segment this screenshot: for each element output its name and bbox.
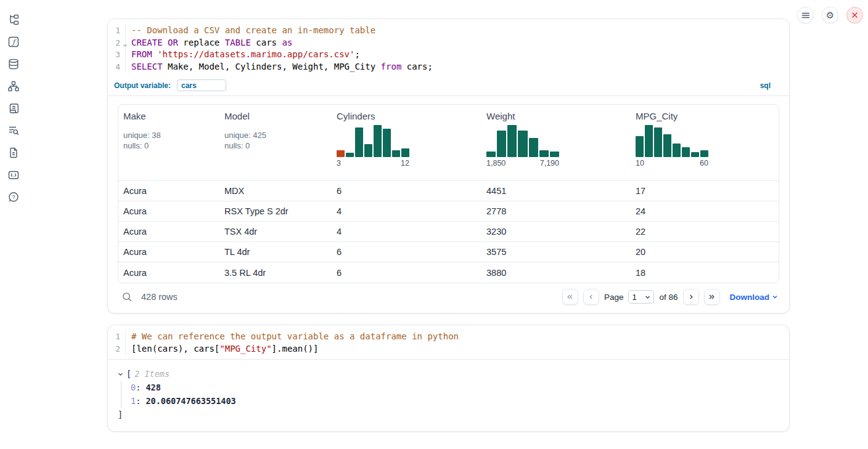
table-cell: 3230 [481,227,631,237]
function-icon[interactable]: ƒ [7,36,20,48]
first-page-button[interactable] [562,289,578,305]
histogram-bar[interactable] [539,150,549,157]
logs-search-icon[interactable] [7,124,20,137]
close-bracket: ] [118,410,123,419]
svg-text:ƒ: ƒ [11,38,17,46]
notebook: 1-- Download a CSV and create an in-memo… [107,18,790,432]
histogram-bar[interactable] [355,127,363,157]
code-text: FROM 'https://datasets.marimo.app/cars.c… [125,49,789,61]
next-page-button[interactable] [683,289,699,305]
table-cell: 3.5 RL 4dr [219,268,332,278]
line-number: 3 [108,49,125,61]
tree-item-colon: : [136,396,145,406]
sql-code-editor[interactable]: 1-- Download a CSV and create an in-memo… [108,19,789,77]
histogram-bar[interactable] [645,125,653,157]
column-header-mpg_city[interactable]: MPG_City1060 [631,105,779,180]
code-line[interactable]: 1-- Download a CSV and create an in-memo… [108,25,789,37]
table-row[interactable]: AcuraTSX 4dr4323022 [118,222,779,242]
python-cell-output: [ 2 Items 0: 4281: 20.060747663551403 ] [108,360,789,431]
table-cell: 3575 [481,247,631,257]
left-sidebar: ƒ? [0,0,27,449]
code-text: # We can reference the output variable a… [125,331,789,343]
tree-collapse-icon[interactable] [118,371,123,377]
histogram-bar[interactable] [550,152,559,157]
code-text: [len(cars), cars["MPG_City"].mean()] [125,343,789,355]
search-icon[interactable] [121,291,133,302]
column-header-model[interactable]: Modelunique: 425nulls: 0 [219,105,332,180]
histogram-bar[interactable] [654,127,662,157]
column-stat: unique: 425 [224,130,327,140]
output-variable-input[interactable] [177,79,226,91]
settings-button[interactable]: ⚙ [822,7,838,23]
histogram-bar[interactable] [364,144,372,157]
histogram-bar[interactable] [401,148,409,157]
python-code-editor[interactable]: 1# We can reference the output variable … [108,325,789,360]
previous-page-button[interactable] [583,289,599,305]
sql-meta-bar: Output variable: sql [108,77,789,96]
dependency-graph-icon[interactable] [7,80,20,92]
tree-item[interactable]: 0: 428 [131,381,779,394]
file-tree-icon[interactable] [7,14,20,26]
table-cell: MDX [219,186,332,196]
table-cell: 20 [631,247,779,257]
table-cell: 3880 [481,268,631,278]
code-line[interactable]: 4SELECT Make, Model, Cylinders, Weight, … [108,61,789,73]
chevrons-left-icon [566,293,574,301]
column-header-cylinders[interactable]: Cylinders312 [332,105,481,180]
menu-button[interactable] [797,7,814,23]
histogram-bar[interactable] [636,136,644,157]
histogram-bar[interactable] [700,150,708,157]
tree-item[interactable]: 1: 20.060747663551403 [131,395,779,408]
page-select[interactable]: 1 [628,290,654,304]
code-line[interactable]: 3FROM 'https://datasets.marimo.app/cars.… [108,49,789,61]
shutdown-button[interactable] [846,7,863,23]
document-icon[interactable] [7,147,20,159]
column-histogram [337,125,409,157]
code-text: CREATE OR replace TABLE cars as [125,37,789,49]
table-cell: Acura [118,186,219,196]
histogram-bar[interactable] [507,125,517,157]
sql-cell-output: Makeunique: 38nulls: 0Modelunique: 425nu… [108,96,789,313]
database-icon[interactable] [7,58,20,70]
histogram-bar[interactable] [663,134,671,157]
scroll-icon[interactable] [7,102,20,115]
column-header-weight[interactable]: Weight1,8507,190 [481,105,631,180]
column-header-make[interactable]: Makeunique: 38nulls: 0 [118,105,219,180]
snippets-icon[interactable] [7,169,20,181]
histogram-bar[interactable] [497,131,506,157]
download-button[interactable]: Download [730,293,779,302]
last-page-button[interactable] [704,289,720,305]
histogram-bar[interactable] [691,152,699,157]
histogram-bar[interactable] [392,150,400,157]
histogram-bar[interactable] [673,144,681,157]
table-header-row: Makeunique: 38nulls: 0Modelunique: 425nu… [118,105,779,181]
table-row[interactable]: AcuraTL 4dr6357520 [118,242,779,262]
code-line[interactable]: 2CREATE OR replace TABLE cars as [108,37,789,49]
tree-summary: 2 Items [134,368,170,381]
code-line[interactable]: 1# We can reference the output variable … [108,331,789,343]
line-number: 4 [108,61,125,73]
table-row[interactable]: Acura3.5 RL 4dr6388018 [118,262,779,283]
chevrons-right-icon [708,293,716,301]
open-bracket: [ [126,368,131,381]
table-row[interactable]: AcuraMDX6445117 [118,181,779,201]
histogram-bar[interactable] [518,131,527,157]
histogram-axis-labels: 1060 [636,159,708,168]
python-cell: 1# We can reference the output variable … [107,325,790,432]
histogram-axis-labels: 312 [337,159,409,168]
help-icon[interactable]: ? [7,191,20,203]
histogram-bar[interactable] [346,153,354,157]
histogram-bar[interactable] [337,150,345,157]
histogram-bar[interactable] [383,129,391,157]
table-row[interactable]: AcuraRSX Type S 2dr4277824 [118,201,779,222]
column-stats: unique: 38nulls: 0 [123,130,215,151]
table-body: AcuraMDX6445117AcuraRSX Type S 2dr427782… [118,181,779,283]
column-title: Model [224,111,327,121]
histogram-bar[interactable] [374,125,382,157]
histogram-bar[interactable] [682,147,690,157]
window-controls: ⚙ [797,7,863,23]
histogram-bar[interactable] [529,138,538,157]
histogram-max-label: 12 [401,159,409,168]
histogram-bar[interactable] [486,152,496,157]
code-line[interactable]: 2[len(cars), cars["MPG_City"].mean()] [108,343,789,355]
